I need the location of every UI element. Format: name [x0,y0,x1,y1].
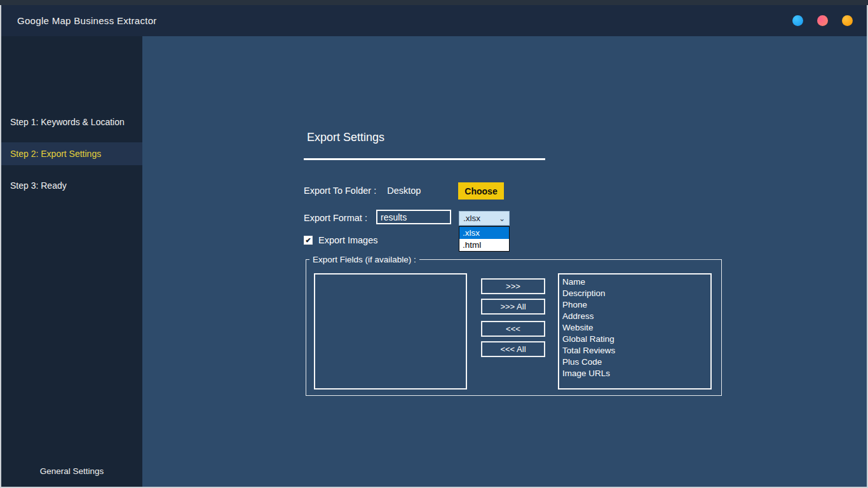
export-format-label: Export Format : [304,213,367,223]
sidebar-item-step1[interactable]: Step 1: Keywords & Location [1,111,142,133]
window-title: Google Map Business Extractor [17,15,157,26]
sidebar-item-general-settings[interactable]: General Settings [1,466,142,476]
title-underline [304,158,545,160]
selected-fields-listbox[interactable]: Name Description Phone Address Website G… [558,273,712,390]
format-dropdown-list: .xlsx .html [459,226,510,252]
filename-input[interactable] [376,210,451,224]
move-left-button[interactable]: <<< [481,321,545,337]
app-window: Google Map Business Extractor Step 1: Ke… [0,0,868,488]
move-all-right-button[interactable]: >>> All [481,299,545,315]
list-item[interactable]: Total Reviews [562,345,710,356]
export-fields-legend: Export Fields (if available) : [309,255,419,264]
export-images-checkbox[interactable]: ✔ [304,236,313,245]
choose-folder-button[interactable]: Choose [458,182,504,200]
export-images-label: Export Images [318,235,378,245]
page-title: Export Settings [307,131,384,144]
export-folder-row: Export To Folder :Desktop [304,186,421,196]
list-item[interactable]: Name [562,276,710,288]
sidebar: Step 1: Keywords & Location Step 2: Expo… [1,36,142,487]
main-panel: Export Settings Export To Folder :Deskto… [142,36,867,487]
window-control-pink-icon[interactable] [817,15,828,26]
window-border [0,5,1,488]
list-item[interactable]: Global Rating [562,334,710,345]
list-item[interactable]: Phone [562,299,710,311]
export-folder-value: Desktop [387,186,421,196]
export-folder-label: Export To Folder : [304,186,376,196]
available-fields-listbox[interactable] [314,273,467,390]
checkmark-icon: ✔ [305,236,311,245]
list-item[interactable]: Description [562,288,710,299]
list-item[interactable]: Website [562,322,710,334]
window-control-blue-icon[interactable] [792,15,803,26]
sidebar-item-step2[interactable]: Step 2: Export Settings [1,142,142,165]
chevron-down-icon: ⌄ [499,215,505,222]
window-control-orange-icon[interactable] [842,15,853,26]
sidebar-item-step3[interactable]: Step 3: Ready [1,174,142,197]
format-option-xlsx[interactable]: .xlsx [459,227,509,239]
format-option-html[interactable]: .html [459,239,509,251]
list-item[interactable]: Address [562,311,710,322]
format-select-value: .xlsx [463,214,480,223]
format-select[interactable]: .xlsx ⌄ [459,211,510,226]
list-item[interactable]: Image URLs [562,368,710,379]
export-images-row: ✔ Export Images [304,235,378,245]
move-all-left-button[interactable]: <<< All [481,341,545,357]
list-item[interactable]: Plus Code [562,356,710,368]
titlebar: Google Map Business Extractor [1,5,867,36]
move-right-button[interactable]: >>> [481,278,545,294]
window-controls [792,5,853,36]
